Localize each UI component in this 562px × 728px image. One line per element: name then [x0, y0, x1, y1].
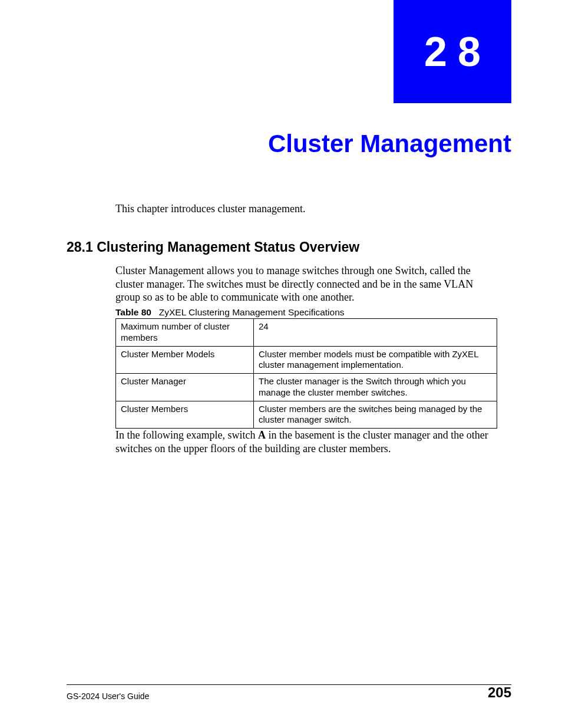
table-row: Cluster Members Cluster members are the … [116, 401, 497, 429]
after-table-bold: A [258, 429, 266, 441]
spec-table: Maximum number of cluster members 24 Clu… [115, 318, 497, 429]
chapter-badge: 28 [394, 0, 511, 103]
table-caption: Table 80 ZyXEL Clustering Management Spe… [115, 307, 345, 318]
table-cell-key: Cluster Manager [116, 374, 254, 401]
after-table-paragraph: In the following example, switch A in th… [115, 429, 497, 455]
table-row: Cluster Manager The cluster manager is t… [116, 374, 497, 401]
table-row: Cluster Member Models Cluster member mod… [116, 346, 497, 374]
after-table-pre: In the following example, switch [115, 429, 258, 441]
chapter-number: 28 [414, 28, 491, 75]
table-caption-text: ZyXEL Clustering Management Specificatio… [159, 307, 345, 317]
intro-paragraph: This chapter introduces cluster manageme… [115, 203, 305, 215]
chapter-title: Cluster Management [268, 130, 511, 158]
footer-guide-name: GS-2024 User's Guide [67, 691, 149, 701]
table-cell-key: Cluster Members [116, 401, 254, 429]
table-cell-key: Cluster Member Models [116, 346, 254, 374]
section-heading: 28.1 Clustering Management Status Overvi… [67, 239, 359, 255]
table-cell-value: Cluster members are the switches being m… [254, 401, 497, 429]
table-cell-value: The cluster manager is the Switch throug… [254, 374, 497, 401]
table-cell-value: Cluster member models must be compatible… [254, 346, 497, 374]
page-footer: GS-2024 User's Guide 205 [67, 684, 511, 701]
table-caption-label: Table 80 [115, 307, 151, 317]
footer-page-number: 205 [488, 684, 511, 701]
table-cell-value: 24 [254, 319, 497, 347]
table-row: Maximum number of cluster members 24 [116, 319, 497, 347]
section-body: Cluster Management allows you to manage … [115, 264, 497, 304]
table-cell-key: Maximum number of cluster members [116, 319, 254, 347]
